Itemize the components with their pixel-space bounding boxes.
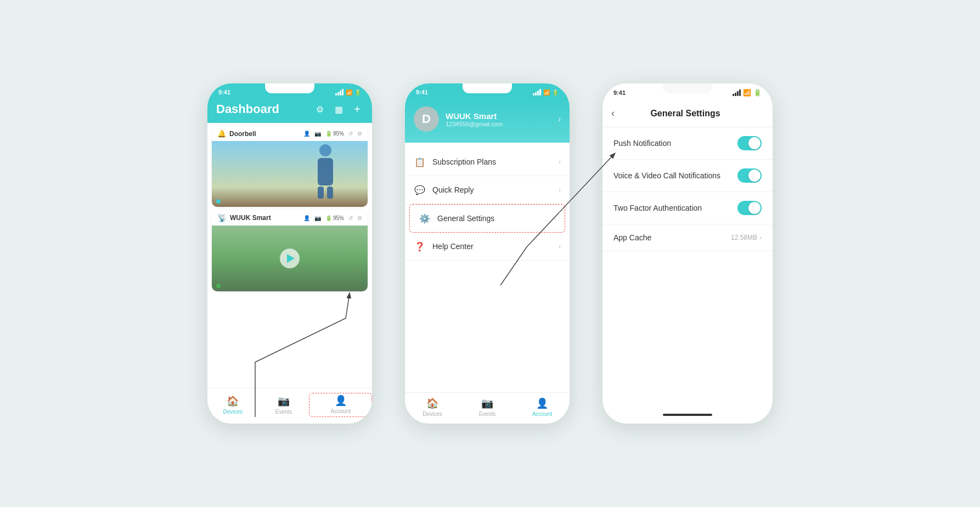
nav-devices-label-2: Devices [423, 411, 442, 417]
signal-icon-3 [733, 89, 741, 96]
account-email: 1234556@gmail.com [446, 121, 551, 127]
app-cache-label: App Cache [613, 233, 731, 242]
two-factor-label: Two Factor Authentication [613, 204, 737, 212]
menu-help-center[interactable]: ❓ Help Center › [405, 233, 570, 261]
setting-two-factor: Two Factor Authentication [602, 192, 773, 224]
wuuk-thumbnail[interactable] [212, 226, 368, 291]
phone-3-settings: 9:41 📶 🔋 ‹ General Settings Push Notific… [602, 83, 773, 424]
doorbell-left: 🔔 Doorbell [217, 129, 256, 138]
quick-reply-label: Quick Reply [432, 185, 552, 194]
push-notification-toggle[interactable] [737, 136, 762, 150]
nav-devices-2[interactable]: 🏠 Devices [405, 397, 460, 417]
two-factor-toggle[interactable] [737, 201, 762, 215]
account-username: WUUK Smart [446, 111, 551, 121]
user-avatar: D [414, 106, 439, 132]
settings-page-title: General Settings [620, 109, 751, 119]
status-bar-2: 9:41 📶 🔋 [405, 83, 570, 99]
account-icon-1: 👤 [335, 395, 347, 407]
menu-quick-reply[interactable]: 💬 Quick Reply › [405, 176, 570, 204]
status-icons-2: 📶 🔋 [533, 89, 559, 95]
account-icon-2: 👤 [536, 397, 548, 409]
notch-3 [663, 83, 712, 93]
motion-dot-1 [216, 199, 221, 204]
account-info: WUUK Smart 1234556@gmail.com [446, 111, 551, 127]
general-settings-chevron: › [554, 215, 556, 222]
app-cache-chevron: › [759, 234, 762, 241]
push-notification-label: Push Notification [613, 139, 737, 148]
settings-list: Push Notification Voice & Video Call Not… [602, 127, 773, 251]
status-icons-3: 📶 🔋 [733, 89, 762, 97]
signal-icon-2 [533, 89, 541, 95]
toggle-thumb-1 [748, 137, 761, 149]
subscription-icon: 📋 [414, 156, 426, 168]
voice-video-toggle[interactable] [737, 168, 762, 183]
setting-app-cache[interactable]: App Cache 12.58MB › [602, 224, 773, 251]
devices-icon-1: 🏠 [227, 395, 239, 407]
status-bar-1: 9:41 📶 🔋 [207, 83, 372, 99]
wuuk-left: 📡 WUUK Smart [217, 213, 271, 222]
nav-events-label-2: Events [479, 411, 496, 417]
wuuk-person-icon: 👤 [303, 215, 310, 221]
menu-general-settings[interactable]: ⚙️ General Settings › [409, 204, 565, 233]
time-2: 9:41 [416, 89, 428, 95]
doorbell-header: 🔔 Doorbell 👤 📷 🔋 95% ↺ ⚙ [212, 126, 368, 141]
battery-icon-3: 🔋 [753, 89, 762, 97]
general-settings-label: General Settings [437, 214, 547, 223]
devices-icon-2: 🏠 [426, 397, 438, 409]
nav-events-1[interactable]: 📷 Events [258, 395, 309, 415]
play-button-2[interactable] [280, 249, 300, 268]
doorbell-card: 🔔 Doorbell 👤 📷 🔋 95% ↺ ⚙ [212, 126, 368, 207]
bottom-nav-1: 🏠 Devices 📷 Events 👤 Account [207, 388, 372, 424]
doorbell-bell-icon: 🔔 [217, 129, 226, 138]
grid-icon[interactable]: ▦ [333, 103, 345, 115]
bottom-nav-2: 🏠 Devices 📷 Events 👤 Account [405, 392, 570, 424]
menu-subscription[interactable]: 📋 Subscription Plans › [405, 148, 570, 176]
phone-2-account: 9:41 📶 🔋 D WUUK Smart 1234556@gmail.com … [405, 83, 570, 424]
doorbell-battery: 🔋 95% [325, 131, 344, 137]
home-bar-3 [663, 414, 712, 416]
setting-push-notification: Push Notification [602, 127, 773, 160]
motion-dot-2 [216, 284, 221, 288]
battery-icon-1: 🔋 [354, 89, 361, 95]
voice-video-label: Voice & Video Call Notifications [613, 171, 737, 180]
home-indicator-3 [602, 410, 773, 419]
general-settings-icon: ⚙️ [419, 212, 431, 224]
battery-icon-door: 🔋 [325, 131, 332, 137]
toggle-thumb-3 [748, 202, 761, 214]
header-icons: ⚙ ▦ + [314, 103, 363, 115]
settings-icon[interactable]: ⚙ [314, 103, 326, 115]
wuuk-gear-icon: ⚙ [357, 215, 362, 221]
quick-reply-icon: 💬 [414, 184, 426, 196]
doorbell-right: 👤 📷 🔋 95% ↺ ⚙ [303, 131, 362, 137]
wifi-icon-1: 📶 [346, 89, 352, 95]
svg-rect-1 [318, 158, 333, 185]
doorbell-thumbnail[interactable] [212, 141, 368, 207]
svg-rect-3 [327, 187, 333, 199]
status-bar-3: 9:41 📶 🔋 [602, 83, 773, 100]
doorbell-refresh-icon: ↺ [348, 131, 353, 137]
quick-reply-chevron: › [559, 186, 561, 194]
account-header[interactable]: D WUUK Smart 1234556@gmail.com › [405, 99, 570, 143]
nav-account-2[interactable]: 👤 Account [515, 397, 570, 417]
nav-devices-1[interactable]: 🏠 Devices [207, 395, 258, 415]
nav-devices-label-1: Devices [223, 409, 243, 415]
nav-account-1[interactable]: 👤 Account [309, 393, 372, 417]
signal-icon-1 [335, 89, 343, 95]
help-center-label: Help Center [432, 242, 552, 251]
nav-events-2[interactable]: 📷 Events [460, 397, 515, 417]
wifi-icon-2: 📶 [543, 89, 550, 95]
account-chevron: › [558, 115, 561, 123]
back-arrow-icon[interactable]: ‹ [611, 108, 615, 119]
wuuk-right: 👤 📷 🔋 95% ↺ ⚙ [303, 215, 362, 221]
help-center-chevron: › [559, 243, 561, 250]
help-center-icon: ❓ [414, 240, 426, 252]
battery-icon-wuuk: 🔋 [325, 215, 332, 221]
account-menu: 📋 Subscription Plans › 💬 Quick Reply › ⚙… [405, 148, 570, 261]
battery-icon-2: 🔋 [552, 89, 559, 95]
wuuk-name: WUUK Smart [230, 214, 271, 222]
dashboard-title: Dashboard [216, 102, 279, 116]
time-3: 9:41 [613, 89, 626, 96]
add-icon[interactable]: + [351, 103, 363, 115]
person-svg [313, 144, 337, 199]
status-icons-1: 📶 🔋 [335, 89, 361, 95]
